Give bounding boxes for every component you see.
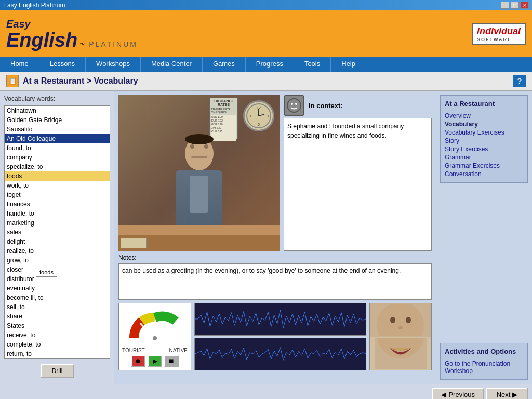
sidebar-link-pronunciation[interactable]: Go to the Pronunciation Workshop <box>445 360 523 375</box>
header: Easy English ™ PLATINUM individual SOFTW… <box>0 10 532 57</box>
play-button[interactable]: ▶ <box>148 355 162 367</box>
svg-rect-13 <box>195 303 366 335</box>
list-item[interactable]: finances <box>5 200 110 209</box>
list-item-highlighted[interactable]: foods foods <box>5 171 110 181</box>
sidebar-link-vocabulary[interactable]: Vocabulary <box>445 120 523 128</box>
maximize-button[interactable]: □ <box>511 2 519 9</box>
notes-textarea[interactable]: can be used as a greeting (in the evenin… <box>118 263 432 300</box>
window-controls[interactable]: _ □ ✕ <box>501 2 529 9</box>
list-item[interactable]: complete, to <box>5 340 110 349</box>
svg-point-8 <box>291 103 293 105</box>
counter-area <box>118 225 280 251</box>
list-item[interactable]: become ill, to <box>5 293 110 302</box>
minimize-button[interactable]: _ <box>501 2 509 9</box>
record-button[interactable]: ⏺ <box>131 355 145 367</box>
sidebar-link-vocab-exercises[interactable]: Vocabulary Exercises <box>445 128 523 137</box>
vocab-list-container[interactable]: Chinatown Golden Gate Bridge Sausalito A… <box>4 105 110 359</box>
list-item[interactable]: distributor <box>5 274 110 284</box>
sidebar-title-activities: Activities and Options <box>445 348 523 355</box>
nav-workshops[interactable]: Workshops <box>86 57 141 72</box>
list-item[interactable]: company <box>5 153 110 162</box>
list-item[interactable]: return, to <box>5 349 110 358</box>
list-item[interactable]: toget <box>5 190 110 200</box>
list-item[interactable]: work, to <box>5 181 110 190</box>
sidebar-link-conversation[interactable]: Conversation <box>445 170 523 178</box>
bottom-nav: ◀ Previous Next ▶ <box>0 384 532 399</box>
list-item[interactable]: realize, to <box>5 246 110 256</box>
list-item[interactable]: delight <box>5 237 110 246</box>
vocab-tooltip: foods <box>36 268 57 277</box>
sidebar-spacer <box>440 187 528 339</box>
drill-btn-area: Drill <box>4 362 110 380</box>
nav-tools[interactable]: Tools <box>294 57 331 72</box>
context-header: In context: <box>284 95 432 116</box>
gauge-svg <box>126 307 183 347</box>
previous-button[interactable]: ◀ Previous <box>432 388 484 399</box>
nav-progress[interactable]: Progress <box>246 57 294 72</box>
svg-point-7 <box>287 99 301 112</box>
next-button[interactable]: Next ▶ <box>486 388 528 399</box>
list-item[interactable]: eventually <box>5 284 110 293</box>
sidebar-section-activities: Activities and Options Go to the Pronunc… <box>440 343 528 380</box>
list-item[interactable]: States <box>5 321 110 330</box>
list-item[interactable]: Sausalito <box>5 125 110 134</box>
figure-torso <box>176 170 222 233</box>
sidebar-link-story-exercises[interactable]: Story Exercises <box>445 145 523 153</box>
logo: Easy English ™ PLATINUM <box>6 18 138 50</box>
list-item[interactable]: closer <box>5 265 110 274</box>
context-box: In context: Stephanie and I founded a sm… <box>284 95 432 251</box>
breadcrumb-text: At a Restaurant > Vocabulary <box>23 76 138 86</box>
svg-text:6: 6 <box>258 123 260 126</box>
nav-lessons[interactable]: Lessons <box>39 57 86 72</box>
next-label: Next <box>497 391 511 398</box>
vocab-list[interactable]: Chinatown Golden Gate Bridge Sausalito A… <box>5 106 110 358</box>
list-item[interactable]: handle, to <box>5 209 110 218</box>
sidebar-link-story[interactable]: Story <box>445 137 523 145</box>
svg-point-16 <box>390 317 395 323</box>
svg-point-12 <box>153 336 157 340</box>
mouth-top <box>370 303 431 337</box>
svg-point-9 <box>295 103 297 105</box>
sidebar-link-grammar[interactable]: Grammar <box>445 153 523 162</box>
list-item[interactable]: specialize, to <box>5 162 110 171</box>
sidebar-link-grammar-exercises[interactable]: Grammar Exercises <box>445 162 523 170</box>
video-context-row: EXCHANGE RATES TRAVELER'S CHEQUES USD 1.… <box>118 95 432 251</box>
list-item[interactable]: receive, to <box>5 330 110 340</box>
svg-text:9: 9 <box>249 114 251 118</box>
svg-text:3: 3 <box>267 114 269 118</box>
video-area: EXCHANGE RATES TRAVELER'S CHEQUES USD 1.… <box>118 95 280 251</box>
list-item[interactable]: Golden Gate Bridge <box>5 115 110 125</box>
nav-help[interactable]: Help <box>331 57 366 72</box>
waveform-bottom <box>194 338 366 370</box>
video-placeholder: EXCHANGE RATES TRAVELER'S CHEQUES USD 1.… <box>118 95 280 251</box>
right-sidebar: At a Restaurant Overview Vocabulary Voca… <box>436 91 532 384</box>
breadcrumb: 📋 At a Restaurant > Vocabulary <box>6 75 138 87</box>
close-button[interactable]: ✕ <box>521 2 529 9</box>
list-item[interactable]: grow, to <box>5 256 110 265</box>
sidebar-link-overview[interactable]: Overview <box>445 112 523 120</box>
stop-button[interactable]: ⏹ <box>164 355 179 367</box>
next-arrow-icon: ▶ <box>512 391 517 398</box>
list-item[interactable]: found, to <box>5 143 110 153</box>
drill-button[interactable]: Drill <box>41 364 74 378</box>
help-button[interactable]: ? <box>513 75 526 87</box>
brand-software: SOFTWARE <box>477 37 521 42</box>
svg-point-15 <box>377 304 424 336</box>
list-item-selected[interactable]: An Old Colleague <box>5 134 110 143</box>
window-title: Easy English Platinum <box>3 2 65 9</box>
list-item[interactable]: sell, to <box>5 302 110 312</box>
svg-point-17 <box>406 317 411 323</box>
nav-media-center[interactable]: Media Center <box>141 57 203 72</box>
native-label: NATIVE <box>169 348 188 353</box>
list-item[interactable]: Chinatown <box>5 106 110 115</box>
context-icon <box>284 95 304 116</box>
playback-controls[interactable]: ⏺ ▶ ⏹ <box>131 355 179 367</box>
nav-games[interactable]: Games <box>203 57 246 72</box>
nav-home[interactable]: Home <box>0 57 39 72</box>
list-item[interactable]: sales <box>5 228 110 237</box>
list-item[interactable]: marketing <box>5 218 110 228</box>
exchange-board: EXCHANGE RATES TRAVELER'S CHEQUES USD 1.… <box>209 98 238 139</box>
list-item[interactable]: share <box>5 312 110 321</box>
vocab-panel: Vocabulary words: Chinatown Golden Gate … <box>0 91 114 384</box>
tourist-label: TOURIST <box>122 348 145 353</box>
